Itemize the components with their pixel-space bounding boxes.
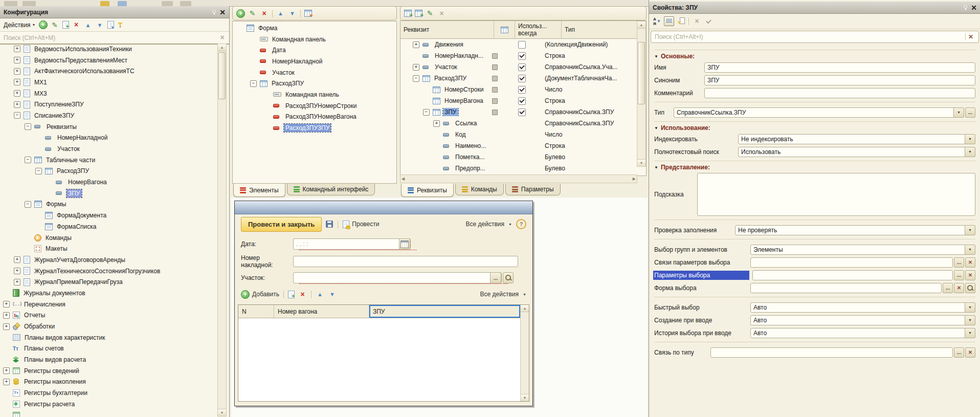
close-icon[interactable]: ✕ xyxy=(971,4,977,11)
attribute-row[interactable]: +УчастокСправочникСсылка.Уча... xyxy=(400,61,646,73)
move-down-icon[interactable] xyxy=(288,9,297,18)
tree-item[interactable]: ФормаСписка xyxy=(0,221,217,232)
tree-item[interactable]: +ВедомостьИспользованияТехники xyxy=(0,43,217,55)
expand-toggle[interactable]: − xyxy=(250,80,257,87)
expand-toggle[interactable]: − xyxy=(14,112,20,119)
close-icon[interactable]: ✕ xyxy=(219,9,226,16)
calendar-icon[interactable] xyxy=(399,238,410,250)
pin-icon[interactable] xyxy=(963,5,968,11)
date-input[interactable]: . . : : xyxy=(293,238,411,250)
property-value-field[interactable] xyxy=(750,283,942,293)
dropdown-button[interactable]: ▼ xyxy=(965,302,975,313)
clear-button[interactable]: ✕ xyxy=(965,270,975,280)
chevron-down-icon[interactable]: ▼ xyxy=(654,165,658,170)
help-icon[interactable] xyxy=(516,219,526,229)
expand-toggle[interactable]: + xyxy=(14,90,20,97)
tree-item[interactable]: +Перечисления xyxy=(0,299,217,310)
expand-toggle[interactable]: − xyxy=(413,75,419,82)
inactive-checkbox[interactable] xyxy=(492,87,498,93)
expand-toggle[interactable]: − xyxy=(423,109,430,116)
clear-button[interactable]: ✕ xyxy=(954,283,964,293)
open-button[interactable] xyxy=(503,272,514,283)
tree-item[interactable]: РасходЗПУНомерВагона xyxy=(233,112,396,123)
copy-row-icon[interactable] xyxy=(288,291,295,298)
tree-item[interactable]: −Реквизиты xyxy=(0,121,217,133)
post-and-close-button[interactable]: Провести и закрыть xyxy=(241,217,322,232)
inactive-checkbox[interactable] xyxy=(492,53,498,59)
property-value-field[interactable] xyxy=(697,173,975,216)
tree-item[interactable]: +ЖурналТехническогоСостоянияПогрузчиков xyxy=(0,266,217,277)
property-row[interactable]: Форма выбора...✕ xyxy=(654,282,975,293)
expand-toggle[interactable]: + xyxy=(14,68,20,75)
add-icon[interactable] xyxy=(236,9,245,18)
scroll-down-icon[interactable]: ▼ xyxy=(218,409,226,416)
save-icon[interactable] xyxy=(326,221,333,228)
tab-commands[interactable]: Команды xyxy=(455,184,504,195)
tree-item[interactable]: Журналы документов xyxy=(0,288,217,299)
add-column-icon[interactable] xyxy=(415,10,422,17)
chevron-down-icon[interactable]: ▼ xyxy=(654,126,658,130)
add-row-button[interactable]: Добавить xyxy=(241,290,279,299)
tree-item[interactable]: Планы видов расчета xyxy=(0,354,217,365)
clear-button[interactable]: ✕ xyxy=(965,347,975,358)
clear-search-icon[interactable]: ✕ xyxy=(965,33,976,40)
property-row[interactable]: Выбор групп и элементовЭлементы▼ xyxy=(654,244,975,255)
inactive-checkbox[interactable] xyxy=(492,109,498,115)
dropdown-button[interactable]: ▼ xyxy=(965,147,975,157)
table-all-actions-button[interactable]: Все действия ▼ xyxy=(480,291,526,298)
column-header-table-icon[interactable] xyxy=(494,21,515,38)
property-value-field[interactable] xyxy=(752,270,953,280)
scrollbar-thumb[interactable] xyxy=(218,52,226,99)
ellipsis-button[interactable]: ... xyxy=(965,107,975,118)
attributes-hscrollbar[interactable]: ◀ ▶ xyxy=(400,174,637,183)
tree-item[interactable]: +МХ1 xyxy=(0,77,217,88)
expand-toggle[interactable]: + xyxy=(14,256,20,263)
expand-toggle[interactable]: + xyxy=(3,367,10,374)
property-row[interactable]: ИмяЗПУ xyxy=(654,62,975,73)
categories-icon[interactable] xyxy=(664,16,674,26)
property-row[interactable]: Параметры выбора...✕ xyxy=(654,270,975,280)
dropdown-button[interactable]: ▼ xyxy=(965,245,975,255)
use-always-checkbox[interactable] xyxy=(518,75,526,82)
tree-item[interactable]: +Обработки xyxy=(0,321,217,332)
tree-item[interactable]: Участок xyxy=(0,143,217,155)
move-down-icon[interactable] xyxy=(328,290,337,299)
filter-icon[interactable] xyxy=(117,21,124,29)
edit-icon[interactable] xyxy=(248,9,257,18)
property-row[interactable]: ТипСправочникСсылка.ЗПУ▼... xyxy=(654,107,975,118)
configuration-scrollbar[interactable]: ▲ ▼ xyxy=(217,43,227,416)
expand-toggle[interactable]: − xyxy=(25,201,31,208)
property-value-field[interactable]: ЗПУ xyxy=(704,62,975,73)
expand-toggle[interactable]: + xyxy=(413,41,419,48)
property-value-field[interactable]: Не проверять▼ xyxy=(735,225,975,235)
invoice-number-input[interactable] xyxy=(293,256,518,267)
delete-icon[interactable] xyxy=(260,9,269,18)
expand-toggle[interactable]: + xyxy=(14,268,20,274)
scroll-down-icon[interactable]: ▼ xyxy=(637,159,645,166)
edit-icon[interactable] xyxy=(51,20,59,29)
expand-toggle[interactable]: − xyxy=(25,157,31,163)
tree-item[interactable]: +АктФактическогоИспользованияТС xyxy=(0,65,217,77)
tree-item[interactable]: +ЖурналПриемаПередачиГруза xyxy=(0,276,217,288)
tree-item[interactable]: Дата xyxy=(233,45,396,56)
expand-toggle[interactable]: + xyxy=(3,379,10,385)
property-value-field[interactable]: Элементы▼ xyxy=(750,245,975,255)
scroll-up-icon[interactable]: ▲ xyxy=(218,44,226,51)
tree-item[interactable]: РасходЗПУНомерСтроки xyxy=(233,100,396,112)
dropdown-button[interactable]: ▼ xyxy=(953,107,964,118)
wagons-table-body[interactable] xyxy=(238,318,529,401)
use-always-checkbox[interactable] xyxy=(518,41,526,49)
ellipsis-button[interactable]: ... xyxy=(943,283,953,293)
scroll-up-icon[interactable]: ▲ xyxy=(521,305,529,312)
tree-item[interactable]: Форма xyxy=(233,23,396,34)
property-value-field[interactable]: Авто▼ xyxy=(750,328,975,338)
use-always-checkbox[interactable] xyxy=(518,108,526,116)
ellipsis-button[interactable]: ... xyxy=(954,347,964,358)
tree-item[interactable]: −СписаниеЗПУ xyxy=(0,110,217,121)
delete-row-icon[interactable] xyxy=(298,290,307,299)
clear-button[interactable]: ✕ xyxy=(965,257,975,268)
apply-icon[interactable] xyxy=(704,17,713,26)
filter-page-icon[interactable] xyxy=(677,17,685,25)
attribute-row[interactable]: +СсылкаСправочникСсылка.ЗПУ xyxy=(400,118,646,129)
expand-toggle[interactable]: + xyxy=(14,79,20,85)
